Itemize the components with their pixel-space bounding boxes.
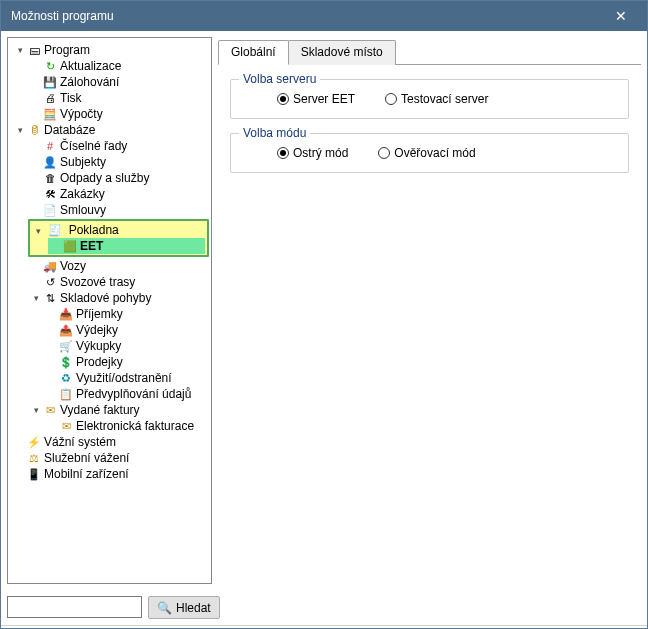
tree-item-vyuziti[interactable]: ♻Využití/odstranění bbox=[44, 370, 209, 386]
cash-register-icon: 🧾 bbox=[47, 222, 63, 238]
document-icon: 📄 bbox=[42, 202, 58, 218]
radio-server-eet[interactable]: Server EET bbox=[277, 92, 355, 106]
truck-icon: 🚚 bbox=[42, 258, 58, 274]
person-icon: 👤 bbox=[42, 154, 58, 170]
calculator-icon: 🧮 bbox=[42, 106, 58, 122]
cart-icon: 🛒 bbox=[58, 338, 74, 354]
chevron-down-icon[interactable]: ▾ bbox=[14, 124, 26, 136]
footer-bar: ? Nápověda ⚡ Kopírování parametrů ⚡ Nast… bbox=[1, 625, 647, 629]
eet-icon: 🟩 bbox=[62, 238, 78, 254]
title-bar: Možnosti programu ✕ bbox=[1, 1, 647, 31]
radio-testovaci-server[interactable]: Testovací server bbox=[385, 92, 488, 106]
group-volba-serveru: Volba serveru Server EET Testovací serve… bbox=[230, 79, 629, 119]
settings-panel: Globální Skladové místo Volba serveru Se… bbox=[218, 37, 641, 584]
tree-highlight-pokladna: ▾ 🧾 Pokladna 🟩 EET bbox=[28, 219, 209, 257]
sale-icon: 💲 bbox=[58, 354, 74, 370]
search-input[interactable] bbox=[7, 596, 142, 618]
tree-item-skladove-pohyby[interactable]: ▾ ⇅ Skladové pohyby bbox=[28, 290, 209, 306]
radio-overovaci-mod[interactable]: Ověřovací mód bbox=[378, 146, 475, 160]
bolt-icon: ⚡ bbox=[26, 434, 42, 450]
printer-icon: 🖨 bbox=[42, 90, 58, 106]
tree-item-vykupky[interactable]: 🛒Výkupky bbox=[44, 338, 209, 354]
warehouse-icon: ⇅ bbox=[42, 290, 58, 306]
inbox-icon: 📥 bbox=[58, 306, 74, 322]
tree-item-zalohovani[interactable]: 💾Zálohování bbox=[28, 74, 209, 90]
tree-item-prodejky[interactable]: 💲Prodejky bbox=[44, 354, 209, 370]
trash-icon: 🗑 bbox=[42, 170, 58, 186]
tree-item-vypocty[interactable]: 🧮Výpočty bbox=[28, 106, 209, 122]
refresh-icon: ↻ bbox=[42, 58, 58, 74]
tree-item-odpady-sluzby[interactable]: 🗑Odpady a služby bbox=[28, 170, 209, 186]
chevron-down-icon[interactable]: ▾ bbox=[32, 225, 44, 237]
radio-icon bbox=[378, 147, 390, 159]
group-volba-modu: Volba módu Ostrý mód Ověřovací mód bbox=[230, 133, 629, 173]
tree-item-prijemky[interactable]: 📥Příjemky bbox=[44, 306, 209, 322]
chevron-down-icon[interactable]: ▾ bbox=[30, 292, 42, 304]
tree-item-vazni-system[interactable]: ⚡Vážní systém bbox=[12, 434, 209, 450]
tree-item-predvyplnovani[interactable]: 📋Předvyplňování údajů bbox=[44, 386, 209, 402]
tab-globalni[interactable]: Globální bbox=[218, 40, 289, 65]
tree-item-program[interactable]: ▾ 🖴 Program bbox=[12, 42, 209, 58]
tree-item-databaze[interactable]: ▾ 🛢 Databáze bbox=[12, 122, 209, 138]
close-icon[interactable]: ✕ bbox=[605, 2, 637, 30]
outbox-icon: 📤 bbox=[58, 322, 74, 338]
tree-item-zakazky[interactable]: 🛠Zakázky bbox=[28, 186, 209, 202]
radio-ostry-mod[interactable]: Ostrý mód bbox=[277, 146, 348, 160]
recycle-icon: ♻ bbox=[58, 370, 74, 386]
tree-item-svozove-trasy[interactable]: ↺Svozové trasy bbox=[28, 274, 209, 290]
scale-icon: ⚖ bbox=[26, 450, 42, 466]
disk-icon: 🖴 bbox=[26, 42, 42, 58]
window-title: Možnosti programu bbox=[11, 9, 114, 23]
tools-icon: 🛠 bbox=[42, 186, 58, 202]
search-button[interactable]: 🔍 Hledat bbox=[148, 596, 220, 619]
search-icon: 🔍 bbox=[157, 602, 172, 614]
chevron-down-icon[interactable]: ▾ bbox=[30, 404, 42, 416]
chevron-down-icon[interactable]: ▾ bbox=[14, 44, 26, 56]
tree-item-mobilni-zarizeni[interactable]: 📱Mobilní zařízení bbox=[12, 466, 209, 482]
invoice-icon: ✉ bbox=[42, 402, 58, 418]
group-title: Volba módu bbox=[239, 126, 310, 140]
tree-item-aktualizace[interactable]: ↻Aktualizace bbox=[28, 58, 209, 74]
tree-item-pokladna[interactable]: ▾ 🧾 Pokladna bbox=[32, 222, 205, 238]
radio-icon bbox=[385, 93, 397, 105]
clipboard-icon: 📋 bbox=[58, 386, 74, 402]
tab-skladove-misto[interactable]: Skladové místo bbox=[288, 40, 396, 65]
route-icon: ↺ bbox=[42, 274, 58, 290]
tree-item-el-fakturace[interactable]: ✉Elektronická fakturace bbox=[44, 418, 209, 434]
tree-item-ciselne-rady[interactable]: #Číselné řady bbox=[28, 138, 209, 154]
tree-item-vozy[interactable]: 🚚Vozy bbox=[28, 258, 209, 274]
tree-item-vydejky[interactable]: 📤Výdejky bbox=[44, 322, 209, 338]
tree-item-smlouvy[interactable]: 📄Smlouvy bbox=[28, 202, 209, 218]
numbers-icon: # bbox=[42, 138, 58, 154]
database-icon: 🛢 bbox=[26, 122, 42, 138]
search-row: 🔍 Hledat bbox=[1, 590, 647, 625]
tree-item-eet[interactable]: 🟩 EET bbox=[48, 238, 205, 254]
tree-item-subjekty[interactable]: 👤Subjekty bbox=[28, 154, 209, 170]
tree-item-sluzebni-vazeni[interactable]: ⚖Služební vážení bbox=[12, 450, 209, 466]
radio-icon bbox=[277, 93, 289, 105]
mail-icon: ✉ bbox=[58, 418, 74, 434]
group-title: Volba serveru bbox=[239, 72, 320, 86]
tree-item-tisk[interactable]: 🖨Tisk bbox=[28, 90, 209, 106]
mobile-icon: 📱 bbox=[26, 466, 42, 482]
tree-panel: ▾ 🖴 Program ↻Aktualizace 💾Zálohování 🖨Ti… bbox=[7, 37, 212, 584]
disk-save-icon: 💾 bbox=[42, 74, 58, 90]
tab-bar: Globální Skladové místo bbox=[218, 39, 641, 65]
radio-icon bbox=[277, 147, 289, 159]
tree-item-vydane-faktury[interactable]: ▾ ✉ Vydané faktury bbox=[28, 402, 209, 418]
